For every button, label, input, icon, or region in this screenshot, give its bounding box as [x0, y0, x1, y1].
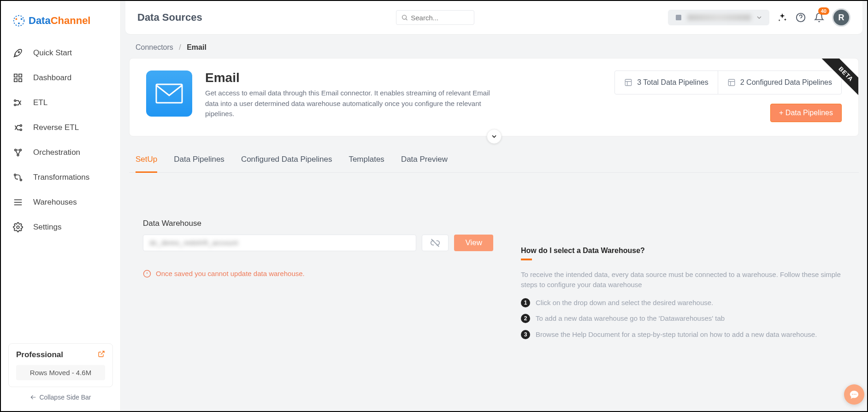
- help-description: To receive the intended data, every data…: [521, 270, 845, 290]
- help-title: How do I select a Data Warehouse?: [521, 247, 845, 255]
- sidebar-item-label: Warehouses: [33, 198, 77, 207]
- sidebar-item-etl[interactable]: ETL: [1, 90, 120, 115]
- svg-point-16: [14, 174, 16, 176]
- svg-point-14: [20, 149, 22, 151]
- topbar: Data Sources 40 R: [125, 1, 862, 34]
- svg-rect-27: [156, 84, 182, 103]
- sparkle-button[interactable]: [777, 12, 788, 23]
- svg-point-2: [21, 18, 23, 20]
- svg-point-40: [856, 394, 856, 394]
- svg-point-4: [18, 52, 19, 53]
- svg-line-23: [406, 19, 407, 20]
- workspace-selector[interactable]: [668, 10, 769, 25]
- breadcrumb-parent[interactable]: Connectors: [136, 43, 173, 51]
- warning-text: Once saved you cannot update data wareho…: [156, 270, 305, 277]
- logo[interactable]: DataChannel: [1, 1, 120, 37]
- help-step-2: 2 To add a new data warehouse go to the …: [521, 313, 845, 324]
- step-number: 2: [521, 314, 530, 323]
- chevron-down-icon: [756, 14, 763, 21]
- svg-rect-31: [728, 79, 735, 86]
- unlink-button[interactable]: [422, 235, 449, 251]
- avatar[interactable]: R: [832, 8, 850, 27]
- notifications-button[interactable]: 40: [814, 12, 825, 23]
- selected-warehouse-value: dc_demo_redshift_account: [150, 239, 238, 247]
- sidebar-item-warehouses[interactable]: Warehouses: [1, 190, 120, 215]
- stat-configured-pipelines: 2 Configured Data Pipelines: [718, 71, 841, 94]
- sparkle-icon: [777, 12, 787, 23]
- data-warehouse-select[interactable]: dc_demo_redshift_account: [143, 235, 416, 251]
- svg-rect-28: [626, 79, 632, 86]
- tab-data-preview[interactable]: Data Preview: [401, 155, 448, 172]
- chat-fab[interactable]: [844, 384, 864, 405]
- sidebar-footer: Professional Rows Moved - 4.6M Collapse …: [1, 336, 120, 411]
- connector-description: Get access to email data through this Em…: [205, 88, 500, 119]
- chat-icon: [849, 389, 859, 400]
- workspace-name-blurred: [687, 14, 751, 21]
- sidebar: DataChannel Quick Start Dashboard ETL Re…: [1, 1, 121, 411]
- alert-icon: [143, 270, 151, 278]
- sidebar-item-label: Quick Start: [33, 48, 72, 58]
- expand-toggle[interactable]: [487, 129, 502, 144]
- page-title: Data Sources: [137, 12, 202, 24]
- sidebar-item-label: ETL: [33, 98, 47, 107]
- reverse-etl-icon: [13, 123, 23, 133]
- svg-point-10: [14, 104, 16, 106]
- warning-message: Once saved you cannot update data wareho…: [143, 270, 493, 278]
- svg-point-9: [14, 100, 16, 102]
- tab-templates[interactable]: Templates: [348, 155, 384, 172]
- layout-icon: [624, 78, 632, 87]
- step-text: Click on the drop down and select the de…: [536, 298, 713, 308]
- sidebar-item-label: Dashboard: [33, 73, 71, 82]
- svg-rect-6: [19, 74, 22, 77]
- svg-point-21: [17, 226, 19, 229]
- plan-stat: Rows Moved - 4.6M: [16, 365, 105, 380]
- sidebar-item-settings[interactable]: Settings: [1, 215, 120, 240]
- orchestration-icon: [13, 147, 23, 158]
- connector-icon: [146, 71, 192, 117]
- sidebar-item-label: Reverse ETL: [33, 123, 79, 132]
- sidebar-item-dashboard[interactable]: Dashboard: [1, 65, 120, 90]
- nav: Quick Start Dashboard ETL Reverse ETL Or…: [1, 37, 120, 336]
- svg-point-3: [18, 23, 20, 24]
- rocket-icon: [13, 48, 23, 58]
- step-number: 1: [521, 298, 530, 307]
- stat-total-pipelines-label: 3 Total Data Pipelines: [637, 78, 708, 87]
- add-data-pipelines-button[interactable]: + Data Pipelines: [770, 104, 842, 122]
- gear-icon: [13, 222, 23, 232]
- unlink-icon: [430, 238, 440, 248]
- sidebar-item-transformations[interactable]: Transformations: [1, 165, 120, 190]
- help-step-3: 3 Browse the Help Document for a step-by…: [521, 330, 845, 340]
- chevron-down-icon: [490, 133, 498, 140]
- hero-stats: 3 Total Data Pipelines 2 Configured Data…: [614, 71, 842, 94]
- tab-configured-data-pipelines[interactable]: Configured Data Pipelines: [241, 155, 332, 172]
- breadcrumb-separator: /: [179, 43, 181, 51]
- search-input[interactable]: [396, 10, 474, 25]
- collapse-sidebar-button[interactable]: Collapse Side Bar: [8, 387, 113, 404]
- email-icon: [155, 83, 183, 104]
- sidebar-item-quick-start[interactable]: Quick Start: [1, 41, 120, 65]
- help-button[interactable]: [795, 12, 806, 23]
- svg-point-11: [20, 125, 22, 127]
- svg-point-15: [17, 154, 19, 156]
- svg-point-22: [402, 15, 406, 19]
- svg-point-1: [16, 18, 18, 20]
- sidebar-item-reverse-etl[interactable]: Reverse ETL: [1, 115, 120, 140]
- collapse-icon: [30, 394, 36, 400]
- svg-point-17: [20, 179, 22, 181]
- step-text: Browse the Help Document for a step-by-s…: [536, 330, 817, 340]
- svg-rect-7: [14, 79, 17, 82]
- search-field[interactable]: [411, 14, 469, 22]
- workspace-icon: [674, 13, 683, 22]
- external-link-icon[interactable]: [98, 350, 105, 359]
- tab-data-pipelines[interactable]: Data Pipelines: [174, 155, 224, 172]
- sidebar-item-orchestration[interactable]: Orchestration: [1, 140, 120, 165]
- sidebar-item-label: Settings: [33, 223, 61, 232]
- plan-name: Professional: [16, 350, 63, 359]
- view-button[interactable]: View: [454, 235, 493, 251]
- tab-setup[interactable]: SetUp: [136, 155, 157, 173]
- logo-icon: [12, 14, 26, 28]
- svg-point-0: [14, 16, 24, 26]
- connector-title: Email: [205, 71, 500, 85]
- avatar-initial: R: [838, 13, 844, 23]
- svg-rect-24: [676, 15, 681, 20]
